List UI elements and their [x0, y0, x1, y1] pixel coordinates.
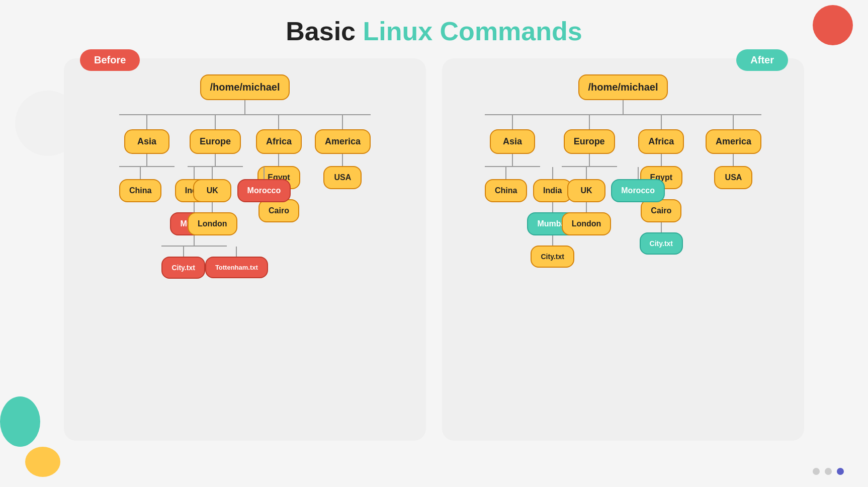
dot-2[interactable]	[825, 468, 832, 475]
after-africa-node: Africa	[638, 129, 684, 154]
slide-dots	[813, 468, 844, 475]
after-china-node: China	[485, 179, 527, 202]
after-citytxt-africa-node: City.txt	[640, 232, 683, 255]
before-label: Before	[80, 49, 140, 71]
dot-1[interactable]	[813, 468, 820, 475]
before-panel: Before /home/michael Asia	[64, 58, 426, 441]
before-europe-node: Europe	[190, 129, 241, 154]
after-america-node: America	[706, 129, 761, 154]
panels-container: Before /home/michael Asia	[0, 58, 868, 441]
before-london-node: London	[188, 212, 237, 235]
dot-3[interactable]	[837, 468, 844, 475]
after-uk-node: UK	[567, 179, 605, 202]
after-label: After	[736, 49, 788, 71]
after-root-node: /home/michael	[578, 74, 668, 100]
before-africa-node: Africa	[256, 129, 302, 154]
after-europe-node: Europe	[564, 129, 615, 154]
before-citytxt-node: City.txt	[161, 257, 205, 279]
before-usa-node: USA	[323, 166, 362, 189]
before-root-node: /home/michael	[200, 74, 290, 100]
after-tree: /home/michael Asia China	[452, 74, 794, 268]
after-morocco-node: Morocco	[611, 179, 665, 202]
before-america-node: America	[315, 129, 371, 154]
after-asia-node: Asia	[490, 129, 535, 154]
before-tree: /home/michael Asia China	[74, 74, 416, 279]
before-tottenham-node: Tottenham.txt	[205, 257, 268, 278]
before-asia-node: Asia	[124, 129, 169, 154]
after-citytxt-asia-node: City.txt	[531, 246, 574, 268]
after-london-node: London	[562, 212, 612, 235]
before-china-node: China	[119, 179, 161, 202]
before-uk-node: UK	[193, 179, 231, 202]
before-morocco-node: Morocco	[237, 179, 291, 202]
after-cairo-node: Cairo	[641, 199, 681, 222]
after-usa-node: USA	[714, 166, 752, 189]
before-cairo-node: Cairo	[258, 199, 299, 222]
after-panel: After /home/michael Asia	[442, 58, 804, 441]
